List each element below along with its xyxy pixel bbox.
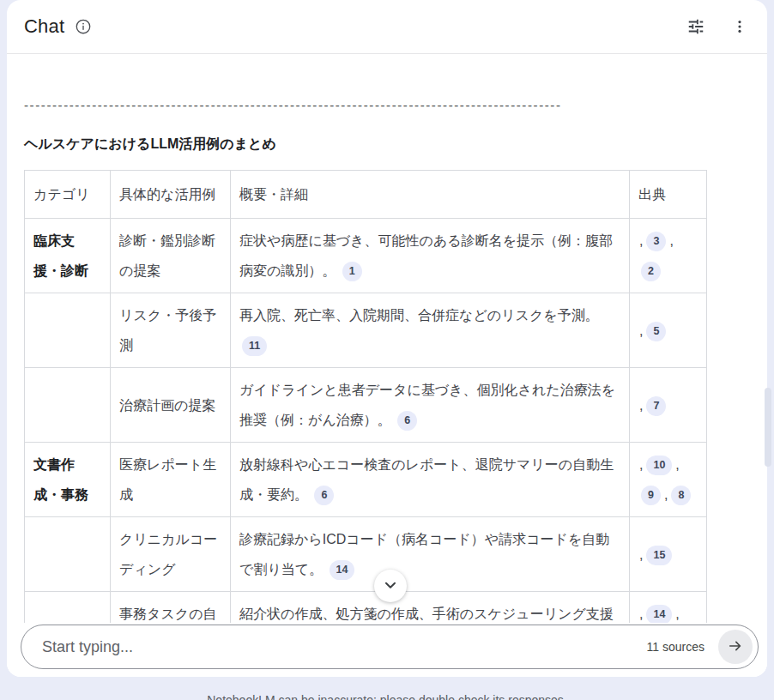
citation-chip[interactable]: 11 [242,336,267,356]
info-icon[interactable] [75,18,92,35]
tune-icon[interactable] [686,17,705,36]
table-title: ヘルスケアにおけるLLM活用例のまとめ [24,136,750,154]
use-case-cell: クリニカルコーディング [111,517,231,592]
citation-chip[interactable]: 9 [641,486,661,505]
citation-chip[interactable]: 3 [646,232,666,251]
source-separator: , [639,606,643,621]
source-separator: , [669,233,673,248]
citation-chip[interactable]: 5 [646,322,666,341]
dashed-divider: ----------------------------------------… [24,98,582,112]
detail-cell: 放射線科や心エコー検査のレポート、退院サマリーの自動生成・要約。 6 [231,443,630,517]
sources-cell: ,7 [630,368,707,443]
chat-input-bar: 11 sources [21,625,759,669]
citation-chip[interactable]: 1 [342,262,362,281]
source-separator: , [675,457,679,472]
scroll-to-bottom-button[interactable] [374,570,407,602]
chevron-down-icon [381,576,400,597]
source-separator: , [664,487,668,502]
citation-chip[interactable]: 14 [330,560,355,580]
disclaimer-text: NotebookLM can be inaccurate; please dou… [0,693,774,700]
use-case-cell: 治療計画の提案 [111,368,231,443]
citation-chip[interactable]: 2 [641,262,661,281]
citation-chip[interactable]: 14 [646,605,672,625]
citation-chip[interactable]: 7 [646,396,666,416]
page-title: Chat [24,15,64,38]
category-cell [25,293,111,368]
table-row: 治療計画の提案ガイドラインと患者データに基づき、個別化された治療法を推奨（例：が… [25,368,707,443]
scrollbar-thumb[interactable] [765,388,771,467]
column-header: 出典 [630,171,707,219]
sources-count: 11 sources [647,640,704,654]
sources-cell: ,15 [630,517,707,592]
sources-cell: ,3,2 [630,219,707,293]
use-case-cell: 医療レポート生成 [111,443,231,517]
source-separator: , [639,457,643,472]
detail-cell: ガイドラインと患者データに基づき、個別化された治療法を推奨（例：がん治療）。 6 [231,368,630,443]
source-separator: , [675,606,679,621]
use-case-cell: 診断・鑑別診断の提案 [111,219,231,293]
llm-usecases-table: カテゴリ具体的な活用例概要・詳細出典 臨床支援・診断診断・鑑別診断の提案症状や病… [24,170,707,667]
detail-cell: 診療記録からICDコード（病名コード）や請求コードを自動で割り当て。 14 [231,517,630,592]
chat-header: Chat [7,0,767,54]
category-cell [25,517,111,592]
category-cell [25,368,111,443]
source-separator: , [639,547,643,562]
detail-cell: 再入院、死亡率、入院期間、合併症などのリスクを予測。 11 [231,293,630,368]
column-header: カテゴリ [25,171,111,219]
category-cell: 臨床支援・診断 [25,219,111,293]
table-row: 臨床支援・診断診断・鑑別診断の提案症状や病歴に基づき、可能性のある診断名を提示（… [25,219,707,293]
source-separator: , [639,398,643,413]
more-vert-icon[interactable] [731,18,748,35]
citation-chip[interactable]: 6 [397,411,417,431]
send-button[interactable] [718,630,753,664]
column-header: 具体的な活用例 [111,171,231,219]
use-case-cell: リスク・予後予測 [111,293,231,368]
column-header: 概要・詳細 [231,171,630,219]
source-separator: , [639,233,643,248]
table-header-row: カテゴリ具体的な活用例概要・詳細出典 [25,171,707,219]
citation-chip[interactable]: 6 [314,486,334,505]
citation-chip[interactable]: 10 [646,456,672,475]
arrow-right-icon [727,637,744,657]
chat-input[interactable] [42,638,647,656]
source-separator: , [639,323,643,338]
table-row: クリニカルコーディング診療記録からICDコード（病名コード）や請求コードを自動で… [25,517,707,592]
table-row: 文書作成・事務医療レポート生成放射線科や心エコー検査のレポート、退院サマリーの自… [25,443,707,517]
citation-chip[interactable]: 8 [671,486,691,505]
chat-panel: Chat ------------------ [7,0,767,677]
category-cell: 文書作成・事務 [25,443,111,517]
table-row: リスク・予後予測再入院、死亡率、入院期間、合併症などのリスクを予測。 11,5 [25,293,707,368]
sources-cell: ,10,9,8 [630,443,707,517]
citation-chip[interactable]: 15 [646,546,672,565]
sources-cell: ,5 [630,293,707,368]
detail-cell: 症状や病歴に基づき、可能性のある診断名を提示（例：腹部病変の識別）。 1 [231,219,630,293]
